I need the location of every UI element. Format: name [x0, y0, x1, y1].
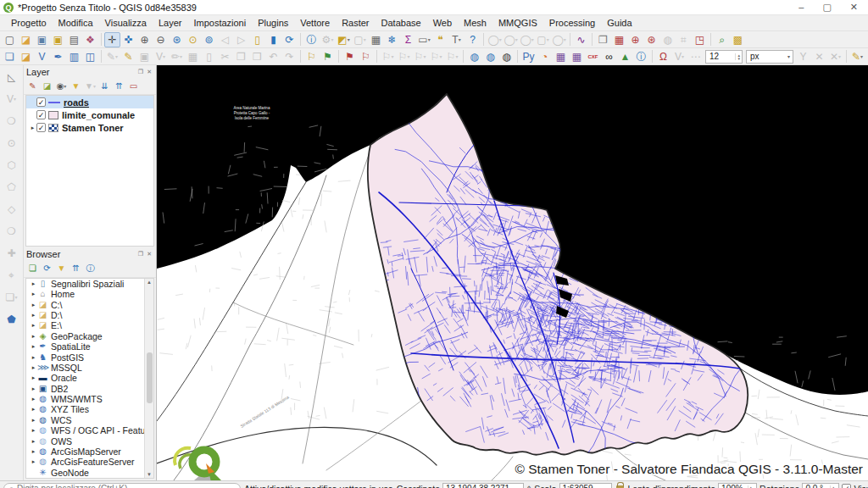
plugin-map-marker-button[interactable]: ▦: [611, 32, 627, 47]
browser-item-segnalibri-spaziali[interactable]: ▸▯Segnalibri Spaziali: [26, 279, 153, 289]
layer-panel-float-button[interactable]: ❐: [136, 69, 145, 75]
style-paintbrush-button[interactable]: ✎▾: [849, 49, 865, 64]
open-layer-styling-button[interactable]: ✎: [25, 80, 40, 93]
plugin-quickmap-button[interactable]: ▩: [730, 32, 746, 47]
menu-progetto[interactable]: Progetto: [5, 16, 53, 30]
menu-mmqgis[interactable]: MMQGIS: [492, 16, 543, 30]
metasearch-add-button[interactable]: ◍: [466, 49, 482, 64]
expander-icon[interactable]: ▸: [30, 448, 37, 455]
browser-item-geopackage[interactable]: ▸◈GeoPackage: [26, 331, 153, 341]
expander-icon[interactable]: ▸: [30, 291, 37, 297]
browser-item-geonode[interactable]: ✳GeoNode: [26, 468, 153, 478]
style-manager-button[interactable]: ❖: [82, 32, 98, 47]
expander-icon[interactable]: ▸: [30, 438, 37, 445]
statistics-summary-button[interactable]: Σ: [400, 32, 416, 47]
menu-layer[interactable]: Layer: [153, 16, 188, 30]
scale-combobox[interactable]: 1:63059▾: [559, 483, 612, 488]
browser-panel-close-button[interactable]: ✕: [145, 251, 153, 258]
scroll-thumb[interactable]: [147, 352, 153, 403]
metasearch-button[interactable]: ◍: [498, 49, 515, 64]
refresh-browser-button[interactable]: ⟳: [40, 262, 54, 275]
metasearch-services-button[interactable]: ◍: [482, 49, 498, 64]
browser-item-mssql[interactable]: ▸⋙MSSQL: [26, 363, 153, 373]
map-tips-button[interactable]: ❝: [432, 32, 448, 47]
menu-processing[interactable]: Processing: [543, 16, 601, 30]
layer-panel-close-button[interactable]: ✕: [145, 69, 153, 75]
layer-item-roads[interactable]: ✓roads: [26, 96, 153, 108]
browser-item-home[interactable]: ▸⌂Home: [26, 289, 153, 299]
mouse-position-icon[interactable]: ⌖: [526, 483, 531, 488]
browser-item-e-[interactable]: ▸◪E:\: [26, 320, 153, 330]
expander-icon[interactable]: ▸: [30, 458, 37, 465]
expander-icon[interactable]: ▸: [30, 322, 37, 329]
vertex-editor-button[interactable]: ⬟: [3, 311, 20, 327]
maximize-button[interactable]: ▢: [822, 2, 831, 13]
open-attribute-table-button[interactable]: ▦: [368, 32, 384, 47]
plugin-zoom-point-button[interactable]: ⊕: [627, 32, 643, 47]
plugin-grid-purple2-button[interactable]: ▦: [569, 49, 585, 64]
add-delimited-text-button[interactable]: ▥: [66, 49, 82, 64]
menu-vettore[interactable]: Vettore: [294, 16, 336, 30]
close-button[interactable]: ✕: [850, 2, 858, 13]
browser-item-xyz-tiles[interactable]: ▸◍XYZ Tiles: [26, 404, 153, 414]
expander-icon[interactable]: ▸: [30, 417, 37, 424]
highlight-unplaced-labels-button[interactable]: ⚐: [358, 49, 374, 64]
search-binoculars-button[interactable]: ∞: [601, 49, 617, 64]
add-group-button[interactable]: ◪: [40, 80, 54, 93]
freeze-canvas-button[interactable]: ❄: [384, 32, 400, 47]
minimize-button[interactable]: –: [798, 2, 804, 13]
layer-visibility-checkbox[interactable]: ✓: [36, 123, 46, 132]
zoom-full-button[interactable]: ⊛: [169, 32, 185, 47]
menu-plugins[interactable]: Plugins: [252, 16, 294, 30]
filter-legend-button[interactable]: ▼: [69, 80, 83, 93]
profile-plot-button[interactable]: ∿: [573, 32, 589, 47]
map-canvas[interactable]: Area Naturale Marina Protetta Capo Gallo…: [157, 65, 868, 480]
menu-visualizza[interactable]: Visualizza: [99, 16, 153, 30]
text-annotation-button[interactable]: T▾: [448, 32, 465, 47]
pin-labels-button[interactable]: ⚑: [342, 49, 358, 64]
collapse-all-button[interactable]: ⇈: [112, 80, 126, 93]
refresh-map-button[interactable]: ⟳: [281, 32, 298, 47]
browser-item-oracle[interactable]: ▸▬Oracle: [26, 373, 153, 383]
manage-map-themes-button[interactable]: ◉▾: [54, 80, 69, 93]
identify-features-button[interactable]: ⓘ: [303, 32, 320, 47]
expander-icon[interactable]: ▸: [30, 396, 37, 402]
help-button[interactable]: ?: [465, 32, 481, 47]
browser-item-arcgismapserver[interactable]: ▸◍ArcGisMapServer: [26, 446, 153, 457]
expander-icon[interactable]: ▸: [30, 343, 37, 350]
collapse-all-browser-button[interactable]: ⇈: [69, 262, 83, 275]
layer-diagram-button[interactable]: ⚑: [320, 49, 336, 64]
expander-icon[interactable]: ▸: [30, 280, 37, 287]
toggle-editing-button[interactable]: ✎: [120, 49, 136, 64]
add-raster-layer-button[interactable]: V: [34, 49, 50, 64]
dem-terrain-button[interactable]: ▲: [617, 49, 633, 64]
expander-icon[interactable]: ▸: [30, 374, 37, 381]
expander-icon[interactable]: ▸: [30, 354, 37, 361]
remove-layer-button[interactable]: ▭: [126, 80, 141, 93]
measure-button[interactable]: ▭▾: [416, 32, 432, 47]
pan-to-selection-button[interactable]: ✜: [120, 32, 136, 47]
cxf-in-button[interactable]: CXF: [585, 49, 601, 64]
layer-item-Stamen Toner[interactable]: ▸✓Stamen Toner: [26, 121, 153, 134]
spin-arrows-icon[interactable]: ▴▾: [748, 485, 754, 488]
layer-labeling-button[interactable]: ⚐: [303, 49, 320, 64]
browser-panel-float-button[interactable]: ❐: [136, 251, 145, 258]
expander-icon[interactable]: ▸: [30, 427, 37, 434]
show-bookmarks-button[interactable]: ▮: [265, 32, 281, 47]
browser-item-wfs-ogc-api-features[interactable]: ▸◍WFS / OGC API - Features: [26, 425, 153, 435]
browser-item-wcs[interactable]: ▸◍WCS: [26, 415, 153, 425]
snapping-tolerance[interactable]: 12▴▾: [705, 50, 743, 64]
plugin-zoom-scale-button[interactable]: ⊛: [643, 32, 659, 47]
scroll-up-arrow[interactable]: ▲: [147, 280, 152, 285]
layer-item-limite_comunale[interactable]: ✓limite_comunale: [26, 108, 153, 121]
locator-search[interactable]: ⌕: [3, 483, 241, 488]
browser-item-db2[interactable]: ▸▣DB2: [26, 383, 153, 393]
menu-database[interactable]: Database: [376, 16, 427, 30]
advanced-digitizing-panel-button[interactable]: ◺: [3, 69, 20, 85]
magnifier-spinbox[interactable]: 100%▴▾: [718, 483, 757, 488]
plugin-grid-purple-button[interactable]: ▦: [553, 49, 569, 64]
browser-item-arcgisfeatureserver[interactable]: ▸◍ArcGisFeatureServer: [26, 457, 153, 467]
zoom-out-button[interactable]: ⊖: [153, 32, 169, 47]
expander-icon[interactable]: ▸: [30, 364, 37, 371]
menu-raster[interactable]: Raster: [336, 16, 375, 30]
